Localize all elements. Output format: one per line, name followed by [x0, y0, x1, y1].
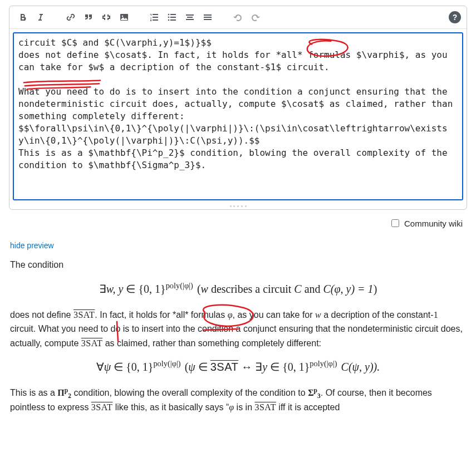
italic-button[interactable]: [33, 9, 48, 25]
preview-lead: The condition: [10, 258, 466, 272]
cosat-3: 3SAT: [91, 402, 112, 412]
svg-point-3: [168, 17, 170, 18]
hr-button[interactable]: [200, 9, 215, 25]
cosat-4: 3SAT: [254, 402, 276, 412]
community-wiki-label[interactable]: Community wiki: [404, 219, 463, 228]
community-wiki-checkbox[interactable]: [391, 219, 399, 227]
editor-textarea[interactable]: [14, 33, 462, 199]
italic-icon: [36, 13, 45, 22]
editor-container: ?: [9, 6, 467, 210]
link-icon: [66, 12, 76, 22]
undo-button[interactable]: [230, 9, 246, 25]
unordered-list-button[interactable]: [164, 9, 180, 25]
svg-point-1: [122, 16, 124, 17]
community-wiki-row: Community wiki: [0, 218, 463, 229]
image-icon: [119, 12, 129, 22]
ordered-list-button[interactable]: [146, 9, 162, 25]
hr-icon: [203, 12, 213, 22]
cosat-1: 3SAT: [73, 310, 95, 319]
code-button[interactable]: [99, 9, 114, 25]
bold-button[interactable]: [15, 9, 31, 25]
link-button[interactable]: [63, 9, 78, 25]
ordered-list-icon: [149, 12, 159, 22]
preview-paragraph-3: This is as a Πp2 condition, blowing the …: [10, 386, 466, 414]
unordered-list-icon: [167, 12, 177, 22]
code-icon: [101, 12, 111, 22]
help-button[interactable]: ?: [449, 11, 461, 23]
editor-area[interactable]: [13, 32, 463, 200]
svg-point-4: [168, 19, 170, 21]
cosat-2: 3SAT: [81, 338, 102, 348]
quote-button[interactable]: [81, 9, 96, 25]
toolbar: ?: [9, 6, 467, 29]
preview-display-2: ∀ψ ∈ {0, 1}poly(|φ|) (ψ ∈ 3SAT ↔ ∃y ∈ {0…: [10, 358, 466, 376]
resize-grip[interactable]: [9, 204, 467, 209]
svg-point-2: [168, 14, 170, 16]
preview: The condition ∃w, y ∈ {0, 1}poly(|φ|) (w…: [10, 258, 466, 415]
hide-preview-link[interactable]: hide preview: [10, 241, 476, 250]
heading-button[interactable]: [182, 9, 198, 25]
preview-paragraph-2: does not define 3SAT. In fact, it holds …: [10, 308, 466, 351]
preview-display-1: ∃w, y ∈ {0, 1}poly(|φ|) (w describes a c…: [10, 280, 466, 298]
bold-icon: [18, 13, 27, 22]
image-button[interactable]: [116, 9, 132, 25]
heading-icon: [185, 12, 195, 22]
redo-button[interactable]: [248, 9, 263, 25]
quote-icon: [84, 12, 94, 22]
redo-icon: [251, 12, 261, 22]
undo-icon: [233, 12, 243, 22]
